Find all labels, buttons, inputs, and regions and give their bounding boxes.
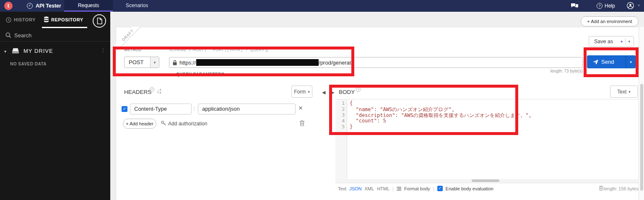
url-input[interactable]: https:// /prod/generate <box>169 57 583 68</box>
body-help-icon[interactable]: ? <box>356 87 361 92</box>
line-number: 4 <box>335 118 345 124</box>
lock-icon <box>173 60 177 65</box>
send-options-chevron-icon[interactable]: ▾ <box>626 55 636 68</box>
body-evaluation-checkbox[interactable]: ✓ <box>437 186 443 191</box>
drive-icon <box>12 48 19 54</box>
sidebar-tab-repository[interactable]: REPOSITORY <box>51 17 83 22</box>
url-scheme: https:// <box>179 60 196 66</box>
headers-title: HEADERS <box>124 89 151 95</box>
check-badge-icon: ✓ <box>27 3 33 9</box>
add-header-button[interactable]: + Add header <box>123 119 156 129</box>
scheme-label: SCHEME :// HOST [ ":" PORT ] [ PATH [ "?… <box>169 48 268 52</box>
redacted-url-host <box>196 59 319 66</box>
repository-database-icon <box>44 16 49 23</box>
form-chevron-icon: ▾ <box>308 90 310 94</box>
method-select[interactable]: POST ▾ <box>124 57 159 68</box>
add-authorization-link[interactable]: Add authorization <box>168 121 207 127</box>
header-name-input[interactable]: Content-Type <box>130 104 192 114</box>
body-mode-xml[interactable]: XML <box>365 186 374 191</box>
top-navbar: t ✓ API Tester Requests Scenarios ? Help… <box>0 0 644 12</box>
user-avatar-icon[interactable] <box>627 2 634 9</box>
body-evaluation-label: Enable body evaluation <box>446 186 493 191</box>
collapse-left-icon[interactable]: ◀ <box>322 90 325 95</box>
send-label: Send <box>601 59 626 65</box>
help-icon[interactable]: ? <box>597 3 602 9</box>
save-as-chevron-icon[interactable]: ▾ <box>628 39 630 44</box>
sidebar: HISTORY REPOSITORY Search ▾ MY DRIVE ⋮ N… <box>0 12 110 200</box>
save-as-button[interactable]: Save as ● ▾ <box>589 36 634 47</box>
tab-scenarios[interactable]: Scenarios <box>113 0 161 12</box>
body-code-line: } <box>350 124 353 130</box>
body-footer: Text JSON XML HTML | Format body | ✓ Ena… <box>338 186 493 191</box>
query-parameters-label: QUERY PARAMETERS <box>176 72 224 77</box>
method-chevron-icon[interactable]: ▾ <box>150 57 159 68</box>
drive-menu-icon[interactable]: ⋮ <box>101 47 106 53</box>
footer-separator: | <box>392 186 394 191</box>
method-value: POST <box>125 59 150 65</box>
body-title: BODY <box>339 89 355 95</box>
app-title: API Tester <box>36 3 61 9</box>
remove-header-icon[interactable]: × <box>299 104 303 112</box>
format-body-icon <box>397 187 401 191</box>
body-mode-toggle[interactable]: Text ▾ <box>610 86 638 98</box>
search-input[interactable]: Search <box>14 32 31 39</box>
vertical-scrollbar-track[interactable] <box>639 27 644 200</box>
vertical-scrollbar-thumb[interactable] <box>640 84 643 191</box>
tab-requests[interactable]: Requests <box>64 0 113 12</box>
body-code-line: "count": 5 <box>350 118 386 124</box>
body-mode-html[interactable]: HTML <box>377 186 390 191</box>
save-as-label: Save as <box>594 39 613 44</box>
body-length: length: 156 bytes <box>597 186 639 191</box>
headers-help-icon[interactable]: ? <box>150 87 154 92</box>
format-body-link[interactable]: Format body <box>404 186 430 191</box>
body-editor[interactable]: 1 2 3 4 5 { "name": "AWSのハンズオン紹介ブログ", "d… <box>335 99 639 183</box>
chat-icon[interactable] <box>571 3 579 9</box>
repository-tab-underline <box>42 27 87 28</box>
empty-state-label: NO SAVED DATA <box>10 62 47 66</box>
body-mode-json[interactable]: JSON <box>349 186 361 191</box>
body-code-line: { <box>350 100 353 106</box>
talend-logo[interactable]: t <box>4 2 13 10</box>
headers-form-toggle[interactable]: Form ▾ <box>291 86 312 98</box>
sidebar-tab-history[interactable]: HISTORY <box>14 17 36 22</box>
add-environment-button[interactable]: + Add an environment <box>581 16 639 26</box>
send-plane-icon <box>593 60 598 65</box>
sort-headers-icon[interactable]: ↓ AZ <box>157 88 161 94</box>
body-mode-chevron-icon: ▾ <box>628 90 631 94</box>
sidebar-divider <box>0 41 110 42</box>
help-link[interactable]: Help <box>605 3 615 9</box>
expand-right-icon[interactable]: ▸ <box>332 90 335 95</box>
new-document-icon[interactable] <box>93 14 106 28</box>
url-path: /prod/generate <box>319 60 354 66</box>
line-number: 1 <box>335 101 345 106</box>
send-button[interactable]: Send ▾ <box>587 55 636 68</box>
url-length: length: 73 byte(s) <box>499 69 583 73</box>
key-icon <box>161 121 166 126</box>
history-clock-icon <box>6 17 11 23</box>
horizontal-scrollbar-thumb[interactable] <box>472 179 499 182</box>
drive-collapse-icon[interactable]: ▾ <box>4 49 6 54</box>
body-mode-text[interactable]: Text <box>338 186 346 191</box>
search-icon <box>5 32 11 38</box>
method-label: METHOD <box>124 48 141 52</box>
line-number: 3 <box>335 112 345 118</box>
horizontal-scrollbar-track[interactable] <box>336 179 638 183</box>
header-value-input[interactable]: application/json <box>198 104 296 114</box>
save-as-divider <box>625 38 626 44</box>
delete-headers-trash-icon[interactable] <box>299 120 305 126</box>
line-number: 2 <box>335 106 345 112</box>
header-enabled-checkbox[interactable]: ✓ <box>122 106 127 112</box>
unsaved-dot-icon: ● <box>621 39 623 44</box>
line-number: 5 <box>335 124 345 130</box>
account-chevron-icon[interactable]: ˅ <box>638 3 640 8</box>
sidebar-item-my-drive[interactable]: MY DRIVE <box>23 48 53 54</box>
footer-separator: | <box>433 186 434 191</box>
header-separator: : <box>193 105 195 112</box>
